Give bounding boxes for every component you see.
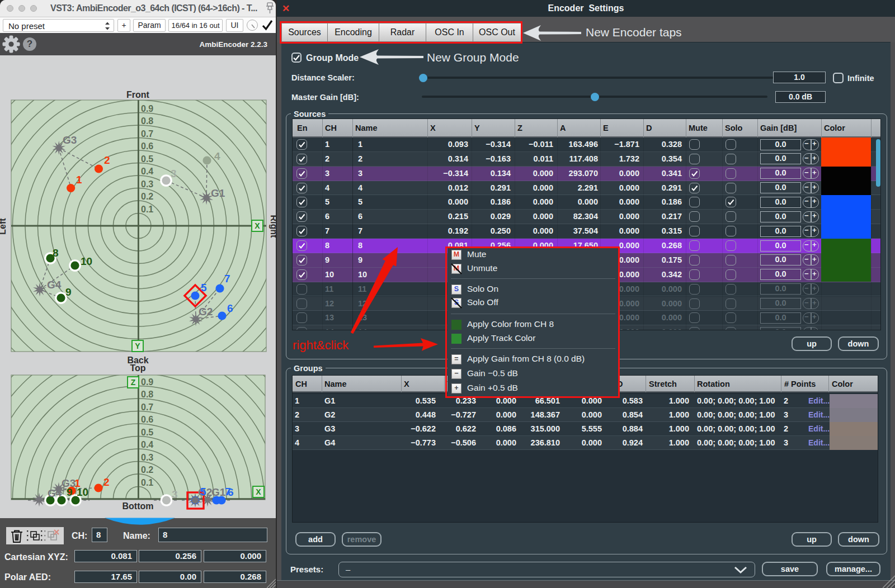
svg-text:G4: G4: [48, 487, 62, 499]
svg-text:0.5: 0.5: [141, 154, 153, 164]
svg-text:10: 10: [81, 255, 92, 267]
svg-text:0.4: 0.4: [141, 167, 153, 176]
svg-text:X: X: [256, 487, 261, 496]
svg-text:0.2: 0.2: [141, 465, 153, 475]
svg-text:0.8: 0.8: [141, 116, 153, 126]
svg-text:2: 2: [104, 154, 110, 166]
svg-text:3: 3: [172, 489, 178, 500]
svg-text:Z: Z: [131, 378, 136, 387]
svg-text:1: 1: [76, 174, 82, 186]
svg-text:4: 4: [214, 150, 220, 162]
svg-text:G1: G1: [211, 187, 225, 199]
svg-text:Right: Right: [269, 215, 276, 239]
svg-text:5: 5: [200, 486, 206, 497]
svg-text:0.2: 0.2: [141, 192, 153, 201]
svg-text:0.6: 0.6: [141, 415, 153, 424]
svg-text:0.3: 0.3: [141, 179, 153, 189]
svg-text:5: 5: [201, 282, 207, 293]
svg-text:G4: G4: [47, 279, 62, 291]
svg-text:6: 6: [228, 486, 234, 498]
svg-text:0.1: 0.1: [141, 205, 153, 214]
svg-text:0.9: 0.9: [141, 104, 153, 113]
svg-text:G3: G3: [63, 134, 77, 146]
svg-text:3: 3: [171, 168, 177, 179]
svg-text:0.6: 0.6: [141, 141, 153, 151]
svg-text:G1: G1: [211, 486, 226, 498]
svg-text:0.8: 0.8: [141, 390, 153, 399]
svg-text:9: 9: [67, 486, 73, 498]
svg-text:0.9: 0.9: [141, 377, 153, 387]
svg-text:0.5: 0.5: [141, 428, 153, 437]
svg-text:X: X: [255, 221, 260, 230]
svg-text:G2: G2: [199, 306, 213, 317]
svg-text:0.3: 0.3: [141, 453, 153, 462]
svg-text:0.1: 0.1: [141, 478, 153, 487]
svg-text:7: 7: [224, 273, 230, 284]
svg-text:10: 10: [77, 486, 88, 498]
svg-text:6: 6: [227, 302, 233, 314]
svg-text:Left: Left: [0, 218, 7, 235]
svg-text:9: 9: [65, 286, 72, 298]
svg-text:0.7: 0.7: [141, 129, 153, 139]
svg-text:0.4: 0.4: [141, 440, 153, 449]
svg-text:Y: Y: [135, 342, 140, 350]
svg-text:2: 2: [103, 476, 110, 488]
svg-text:8: 8: [53, 247, 59, 259]
svg-text:0.7: 0.7: [141, 402, 153, 412]
